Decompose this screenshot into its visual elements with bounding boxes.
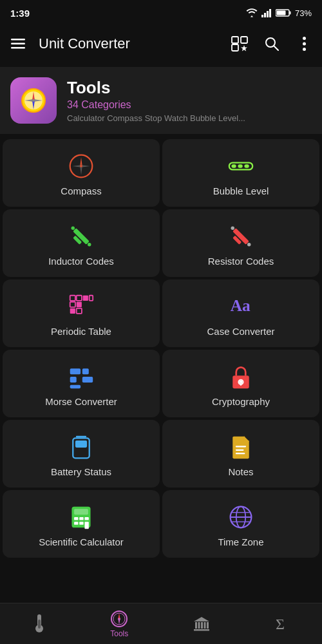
case-converter-icon: Aa — [227, 292, 255, 321]
compass-icon — [67, 152, 95, 180]
grid-item-periodic-table[interactable]: Periodic Table — [3, 279, 160, 347]
header-title: Tools — [67, 78, 245, 98]
grid-star-button[interactable] — [229, 33, 250, 54]
grid-item-morse-converter[interactable]: Morse Converter — [3, 350, 160, 417]
app-title: Unit Converter — [39, 35, 219, 52]
svg-rect-35 — [244, 164, 249, 167]
svg-point-43 — [247, 243, 251, 246]
svg-rect-44 — [70, 296, 75, 301]
scientific-calculator-label: Scientific Calculator — [39, 536, 124, 547]
svg-rect-5 — [289, 12, 290, 15]
sigma-icon: Σ — [274, 615, 290, 632]
svg-rect-1 — [264, 13, 266, 17]
svg-point-42 — [231, 227, 234, 230]
nav-thermometer[interactable] — [19, 611, 59, 638]
svg-rect-57 — [82, 377, 93, 383]
svg-rect-12 — [232, 44, 238, 51]
wifi-icon — [246, 8, 258, 17]
compass-nav-icon — [110, 610, 128, 628]
svg-marker-13 — [241, 45, 247, 52]
svg-rect-2 — [267, 11, 269, 17]
svg-rect-11 — [241, 37, 247, 43]
svg-rect-76 — [84, 522, 88, 529]
battery-status-icon — [67, 433, 95, 461]
svg-rect-75 — [79, 522, 83, 525]
time-zone-icon — [227, 503, 255, 531]
svg-point-38 — [71, 227, 75, 230]
svg-rect-74 — [74, 522, 78, 525]
svg-rect-6 — [276, 11, 285, 15]
grid-item-notes[interactable]: Notes — [162, 420, 319, 488]
grid-item-time-zone[interactable]: Time Zone — [162, 490, 319, 558]
nav-tools[interactable]: Tools — [97, 606, 141, 642]
svg-rect-54 — [70, 377, 77, 383]
svg-rect-66 — [236, 446, 246, 447]
grid-item-battery-status[interactable]: Battery Status — [3, 420, 160, 488]
svg-rect-73 — [84, 517, 88, 520]
svg-rect-56 — [82, 368, 89, 374]
more-button[interactable] — [294, 33, 314, 54]
grid-item-bubble-level[interactable]: Bubble Level — [162, 139, 319, 207]
svg-rect-93 — [201, 622, 203, 629]
svg-rect-33 — [231, 164, 236, 167]
svg-rect-92 — [198, 622, 200, 629]
header-subtitle: 34 Categories — [67, 99, 245, 111]
time-zone-label: Time Zone — [218, 536, 263, 547]
svg-line-15 — [274, 46, 278, 50]
svg-rect-9 — [11, 47, 25, 49]
header-info: Tools 34 Categories Calculator Compass S… — [67, 78, 245, 123]
inductor-codes-icon — [67, 222, 95, 251]
main-content: CompassBubble LevelInductor CodesResisto… — [0, 137, 322, 644]
case-converter-label: Case Converter — [207, 326, 274, 337]
status-bar: 1:39 73% — [0, 0, 322, 23]
grid-item-resistor-codes[interactable]: Resistor Codes — [162, 209, 319, 277]
cryptography-label: Cryptography — [212, 396, 270, 407]
svg-rect-72 — [79, 517, 83, 520]
resistor-codes-icon — [227, 222, 255, 251]
svg-point-17 — [303, 43, 306, 46]
battery-status-label: Battery Status — [51, 466, 111, 477]
signal-icon — [261, 8, 272, 17]
bubble-level-label: Bubble Level — [213, 185, 269, 196]
header-description: Calculator Compass Stop Watch Bubble Lev… — [67, 113, 245, 123]
tools-grid: CompassBubble LevelInductor CodesResisto… — [0, 137, 322, 560]
grid-item-compass[interactable]: Compass — [3, 139, 160, 207]
svg-rect-95 — [207, 622, 209, 629]
grid-item-case-converter[interactable]: AaCase Converter — [162, 279, 319, 347]
battery-percent: 73% — [295, 8, 312, 18]
header-card: Tools 34 Categories Calculator Compass S… — [0, 67, 322, 134]
svg-rect-0 — [261, 15, 263, 17]
bottom-nav: Tools Σ — [0, 603, 322, 644]
svg-rect-51 — [77, 308, 82, 314]
svg-rect-96 — [194, 629, 209, 631]
svg-rect-8 — [11, 43, 25, 45]
grid-item-cryptography[interactable]: +Cryptography — [162, 350, 319, 417]
svg-rect-45 — [77, 296, 82, 301]
header-icon — [10, 77, 57, 124]
grid-item-inductor-codes[interactable]: Inductor Codes — [3, 209, 160, 277]
notes-label: Notes — [228, 466, 253, 477]
morse-converter-icon — [67, 363, 95, 391]
menu-button[interactable] — [8, 33, 28, 54]
nav-bank[interactable] — [180, 612, 223, 636]
svg-rect-94 — [204, 622, 205, 629]
svg-rect-84 — [38, 620, 41, 629]
svg-rect-70 — [74, 509, 88, 515]
app-bar-icons — [229, 33, 314, 54]
compass-label: Compass — [61, 185, 101, 196]
svg-rect-65 — [75, 440, 87, 448]
svg-rect-7 — [11, 39, 25, 41]
grid-item-scientific-calculator[interactable]: Scientific Calculator — [3, 490, 160, 558]
periodic-table-icon — [67, 292, 95, 321]
inductor-codes-label: Inductor Codes — [48, 256, 114, 267]
notes-icon — [227, 433, 255, 461]
thermometer-icon — [32, 614, 46, 632]
svg-rect-50 — [70, 308, 75, 314]
periodic-table-label: Periodic Table — [51, 326, 111, 337]
status-time: 1:39 — [10, 8, 30, 19]
svg-rect-48 — [70, 302, 75, 307]
search-button[interactable] — [261, 33, 282, 54]
bubble-level-icon — [227, 152, 255, 180]
status-icons: 73% — [246, 8, 312, 18]
nav-sigma[interactable]: Σ — [261, 611, 303, 637]
